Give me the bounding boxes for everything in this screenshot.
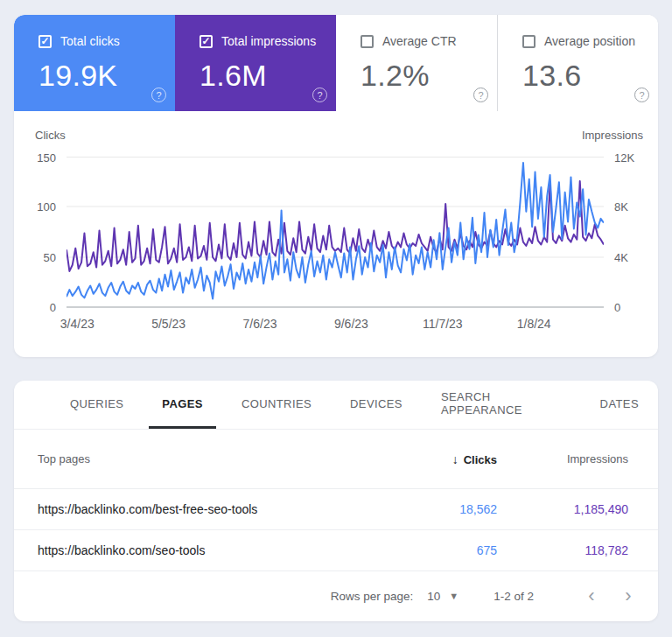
tab-countries[interactable]: COUNTRIES bbox=[228, 381, 325, 429]
page-url-link[interactable]: https://backlinko.com/seo-tools bbox=[38, 543, 366, 557]
checkbox-unchecked-icon[interactable] bbox=[522, 35, 536, 48]
clicks-column-header[interactable]: ↓Clicks bbox=[366, 452, 497, 466]
left-axis-title: Clicks bbox=[35, 129, 66, 144]
average-ctr-label: Average CTR bbox=[382, 34, 457, 48]
checkbox-unchecked-icon[interactable] bbox=[360, 35, 374, 48]
page-url-link[interactable]: https://backlinko.com/best-free-seo-tool… bbox=[38, 502, 366, 516]
y-axis-tick: 50 bbox=[44, 251, 56, 264]
help-icon[interactable]: ? bbox=[151, 88, 166, 102]
next-page-button[interactable]: › bbox=[616, 584, 640, 608]
pagination-range: 1-2 of 2 bbox=[494, 590, 534, 603]
rows-per-page-select[interactable]: 10 ▼ bbox=[427, 590, 458, 603]
dimension-tabs: QUERIES PAGES COUNTRIES DEVICES SEARCH A… bbox=[14, 381, 658, 430]
x-axis-tick: 1/8/24 bbox=[517, 317, 551, 331]
y-axis-tick: 4K bbox=[614, 251, 628, 264]
tab-devices[interactable]: DEVICES bbox=[337, 381, 416, 429]
performance-chart: Clicks Impressions 150 100 50 0 bbox=[14, 111, 658, 334]
y-axis-tick: 12K bbox=[614, 151, 634, 164]
clicks-value: 18,562 bbox=[366, 502, 497, 516]
table-header-row: Top pages ↓Clicks Impressions bbox=[14, 430, 658, 488]
table-row[interactable]: https://backlinko.com/best-free-seo-tool… bbox=[14, 488, 658, 529]
impressions-column-header[interactable]: Impressions bbox=[497, 452, 628, 466]
tab-dates[interactable]: DATES bbox=[587, 381, 652, 429]
impressions-value: 118,782 bbox=[497, 543, 628, 557]
checkbox-checked-icon[interactable]: ✓ bbox=[200, 35, 213, 48]
clicks-line-series bbox=[66, 163, 604, 299]
x-axis-tick: 7/6/23 bbox=[243, 317, 277, 331]
average-position-card[interactable]: Average position 13.6 ? bbox=[497, 15, 658, 111]
y-axis-tick: 8K bbox=[614, 200, 628, 214]
dropdown-arrow-icon: ▼ bbox=[449, 591, 458, 601]
sort-desc-icon: ↓ bbox=[452, 452, 458, 466]
x-axis-tick: 3/4/23 bbox=[60, 317, 94, 331]
right-axis-title: Impressions bbox=[582, 129, 643, 144]
tab-queries[interactable]: QUERIES bbox=[57, 381, 136, 429]
x-axis-tick: 5/5/23 bbox=[151, 317, 186, 331]
help-icon[interactable]: ? bbox=[634, 88, 649, 102]
y-axis-tick: 150 bbox=[37, 151, 56, 164]
tab-pages[interactable]: PAGES bbox=[149, 381, 216, 429]
table-row[interactable]: https://backlinko.com/seo-tools 675 118,… bbox=[14, 529, 658, 570]
top-pages-column-header: Top pages bbox=[38, 452, 366, 466]
right-y-axis: 12K 8K 4K 0 bbox=[604, 156, 658, 308]
help-icon[interactable]: ? bbox=[312, 88, 327, 102]
dimensions-panel: QUERIES PAGES COUNTRIES DEVICES SEARCH A… bbox=[14, 381, 658, 621]
y-axis-tick: 0 bbox=[614, 301, 620, 314]
y-axis-tick: 100 bbox=[37, 200, 56, 214]
previous-page-button[interactable]: ‹ bbox=[579, 584, 604, 608]
total-clicks-card[interactable]: ✓ Total clicks 19.9K ? bbox=[14, 15, 175, 111]
y-axis-tick: 0 bbox=[50, 301, 56, 314]
average-position-label: Average position bbox=[544, 34, 635, 48]
chart-plot-area bbox=[66, 156, 604, 308]
left-y-axis: 150 100 50 0 bbox=[14, 156, 66, 308]
x-axis-tick: 9/6/23 bbox=[334, 317, 368, 331]
x-axis: 3/4/23 5/5/23 7/6/23 9/6/23 11/7/23 1/8/… bbox=[66, 317, 604, 334]
rows-per-page-label: Rows per page: bbox=[331, 590, 414, 603]
clicks-value: 675 bbox=[366, 543, 497, 557]
impressions-value: 1,185,490 bbox=[497, 502, 628, 516]
help-icon[interactable]: ? bbox=[473, 88, 488, 102]
total-impressions-label: Total impressions bbox=[221, 34, 316, 48]
average-ctr-card[interactable]: Average CTR 1.2% ? bbox=[336, 15, 497, 111]
x-axis-tick: 11/7/23 bbox=[423, 317, 463, 331]
summary-cards-row: ✓ Total clicks 19.9K ? ✓ Total impressio… bbox=[14, 15, 658, 111]
performance-panel: ✓ Total clicks 19.9K ? ✓ Total impressio… bbox=[14, 15, 658, 357]
table-pagination: Rows per page: 10 ▼ 1-2 of 2 ‹ › bbox=[14, 570, 658, 620]
rows-per-page-value: 10 bbox=[427, 590, 440, 603]
line-chart-svg bbox=[66, 156, 604, 308]
checkbox-checked-icon[interactable]: ✓ bbox=[38, 35, 52, 48]
total-impressions-card[interactable]: ✓ Total impressions 1.6M ? bbox=[175, 15, 336, 111]
tab-search-appearance[interactable]: SEARCH APPEARANCE bbox=[428, 381, 575, 429]
total-clicks-label: Total clicks bbox=[60, 34, 120, 48]
